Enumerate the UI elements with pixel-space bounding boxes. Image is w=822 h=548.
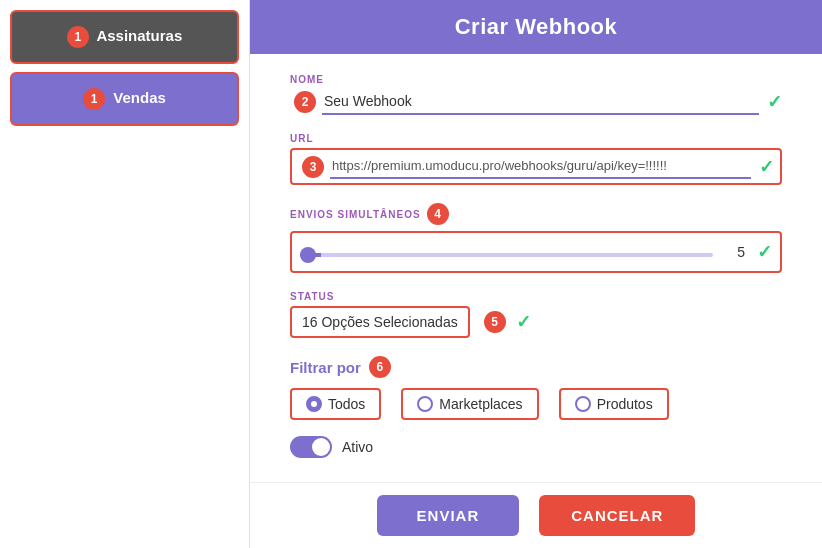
envios-group: ENVIOS SIMULTÂNEOS 4 5 ✓ [290,203,782,273]
url-group: URL 3 ✓ [290,133,782,185]
step-badge-3: 3 [302,156,324,178]
radio-produtos-label: Produtos [597,396,653,412]
main-panel: Criar Webhook NOME 2 ✓ URL 3 ✓ [250,0,822,548]
nome-input-row: 2 ✓ [290,89,782,115]
sidebar: 1 Assinaturas 1 Vendas [0,0,250,548]
status-select[interactable]: 16 Opções Selecionadas [290,306,470,338]
envios-label-row: ENVIOS SIMULTÂNEOS 4 [290,203,782,225]
radio-produtos[interactable]: Produtos [559,388,669,420]
envios-slider-row: 5 ✓ [290,231,782,273]
envios-value: 5 [725,244,745,260]
step-badge-6: 6 [369,356,391,378]
radio-marketplaces[interactable]: Marketplaces [401,388,538,420]
filtrar-title-text: Filtrar por [290,359,361,376]
toggle-row: Ativo [290,436,782,458]
radio-produtos-circle [575,396,591,412]
envios-check-icon: ✓ [757,241,772,263]
nome-check-icon: ✓ [767,91,782,113]
step-badge-5: 5 [484,311,506,333]
status-group: STATUS 16 Opções Selecionadas 5 ✓ [290,291,782,338]
url-input[interactable] [330,154,751,179]
radio-todos-circle [306,396,322,412]
envios-slider[interactable] [300,253,713,257]
url-label: URL [290,133,782,144]
footer: ENVIAR CANCELAR [250,482,822,548]
sidebar-label-assinaturas: Assinaturas [96,27,182,44]
radio-marketplaces-circle [417,396,433,412]
radio-marketplaces-label: Marketplaces [439,396,522,412]
filtrar-section: Filtrar por 6 Todos Marketplaces Produto… [290,356,782,420]
header-title: Criar Webhook [455,14,618,39]
form-area: NOME 2 ✓ URL 3 ✓ ENVIOS SIMULTÂNEOS [250,54,822,482]
header: Criar Webhook [250,0,822,54]
url-input-row: 3 ✓ [290,148,782,185]
filtrar-title: Filtrar por 6 [290,356,782,378]
envios-label: ENVIOS SIMULTÂNEOS [290,209,421,220]
radio-todos[interactable]: Todos [290,388,381,420]
url-check-icon: ✓ [759,156,774,178]
cancelar-button[interactable]: CANCELAR [539,495,695,536]
sidebar-item-assinaturas[interactable]: 1 Assinaturas [10,10,239,64]
status-label: STATUS [290,291,782,302]
toggle-knob [312,438,330,456]
step-badge-2: 2 [294,91,316,113]
sidebar-label-vendas: Vendas [113,89,166,106]
step-badge-4: 4 [427,203,449,225]
radio-todos-label: Todos [328,396,365,412]
enviar-button[interactable]: ENVIAR [377,495,520,536]
status-value: 16 Opções Selecionadas [302,314,458,330]
sidebar-badge-assinaturas: 1 [67,26,89,48]
nome-label: NOME [290,74,782,85]
radio-group: Todos Marketplaces Produtos [290,388,782,420]
toggle-label: Ativo [342,439,373,455]
slider-wrapper [300,243,713,261]
sidebar-badge-vendas: 1 [83,88,105,110]
nome-group: NOME 2 ✓ [290,74,782,115]
status-check-icon: ✓ [516,311,531,333]
nome-input[interactable] [322,89,759,115]
status-row: 16 Opções Selecionadas 5 ✓ [290,306,782,338]
ativo-toggle[interactable] [290,436,332,458]
sidebar-item-vendas[interactable]: 1 Vendas [10,72,239,126]
